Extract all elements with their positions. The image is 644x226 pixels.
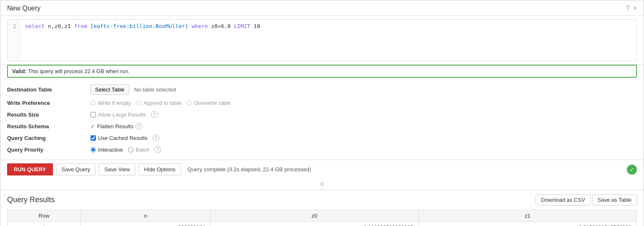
interactive-option[interactable]: Interactive bbox=[91, 147, 123, 153]
destination-table-controls: Select Table No table selected bbox=[91, 84, 176, 95]
save-view-button[interactable]: Save View bbox=[99, 163, 135, 175]
allow-large-results-checkbox[interactable] bbox=[91, 112, 96, 117]
success-icon: ✓ bbox=[627, 165, 637, 175]
use-cached-results-option[interactable]: Use Cached Results bbox=[91, 135, 148, 141]
col-header-z0: z0 bbox=[211, 210, 418, 222]
validation-message: This query will process 22.4 GB when run… bbox=[28, 68, 130, 74]
table-row: 19833361646.1026997803290830.31529913157… bbox=[8, 222, 637, 226]
flatten-checkmark: ✓ bbox=[91, 123, 95, 130]
sql-where-keyword: where bbox=[191, 23, 208, 29]
allow-large-results-option[interactable]: Allow Large Results bbox=[91, 112, 146, 118]
batch-radio[interactable] bbox=[128, 147, 133, 152]
editor-area: 1 select n,z0,z1 from [eaftc-free:billio… bbox=[0, 16, 644, 65]
allow-large-results-help-icon[interactable]: ? bbox=[151, 111, 158, 118]
results-schema-label: Results Schema bbox=[7, 123, 91, 130]
dialog-header-actions: ? × bbox=[626, 5, 637, 12]
sql-condition: z0>6.0 bbox=[208, 23, 234, 29]
overwrite-table-option[interactable]: Overwrite table bbox=[186, 100, 230, 106]
use-cached-results-help-icon[interactable]: ? bbox=[153, 135, 159, 141]
write-if-empty-radio[interactable] bbox=[91, 100, 96, 106]
sql-table-ref: [eaftc-free:billion.BoxMuller] bbox=[87, 23, 191, 29]
overwrite-table-radio[interactable] bbox=[186, 100, 192, 106]
dialog-title: New Query bbox=[7, 5, 40, 12]
results-section: Query Results Download as CSV Save as Ta… bbox=[0, 190, 644, 226]
options-section: Destination Table Select Table No table … bbox=[0, 78, 644, 160]
destination-table-label: Destination Table bbox=[7, 86, 91, 93]
append-to-table-radio[interactable] bbox=[136, 100, 141, 106]
query-caching-row: Query Caching Use Cached Results ? bbox=[7, 132, 637, 144]
table-cell: 1 bbox=[8, 222, 81, 226]
results-size-label: Results Size bbox=[7, 112, 91, 118]
query-priority-help-icon[interactable]: ? bbox=[154, 146, 161, 153]
col-header-row: Row bbox=[8, 210, 81, 222]
status-text: Query complete (3.2s elapsed, 22.4 GB pr… bbox=[188, 166, 311, 173]
write-if-empty-option[interactable]: Write if empty bbox=[91, 100, 131, 106]
dialog-header: New Query ? × bbox=[0, 0, 644, 16]
results-table-header-row: Row n z0 z1 bbox=[8, 210, 637, 222]
download-csv-button[interactable]: Download as CSV bbox=[536, 194, 591, 206]
col-header-n: n bbox=[81, 210, 211, 222]
results-size-row: Results Size Allow Large Results ? bbox=[7, 109, 637, 120]
write-preference-row: Write Preference Write if empty Append t… bbox=[7, 97, 637, 109]
code-editor[interactable]: 1 select n,z0,z1 from [eaftc-free:billio… bbox=[7, 19, 637, 61]
results-actions: Download as CSV Save as Table bbox=[536, 194, 637, 206]
append-to-table-option[interactable]: Append to table bbox=[136, 100, 181, 106]
destination-table-row: Destination Table Select Table No table … bbox=[7, 82, 637, 97]
sql-fields: n,z0,z1 bbox=[45, 23, 74, 29]
no-table-text: No table selected bbox=[134, 86, 176, 93]
results-schema-controls: ✓ Flatten Results ? bbox=[91, 123, 142, 130]
query-caching-controls: Use Cached Results ? bbox=[91, 135, 159, 141]
query-priority-label: Query Priority bbox=[7, 147, 91, 153]
line-numbers: 1 bbox=[8, 20, 20, 61]
new-query-dialog: New Query ? × 1 select n,z0,z1 from [eaf… bbox=[0, 0, 644, 226]
sql-limit-keyword: LIMIT bbox=[234, 23, 250, 29]
help-icon[interactable]: ? bbox=[626, 5, 630, 12]
sql-limit-value: 10 bbox=[250, 23, 260, 29]
save-query-button[interactable]: Save Query bbox=[56, 163, 96, 175]
code-content[interactable]: select n,z0,z1 from [eaftc-free:billion.… bbox=[20, 20, 636, 61]
run-query-button[interactable]: RUN QUERY bbox=[7, 163, 53, 175]
write-preference-controls: Write if empty Append to table Overwrite… bbox=[91, 100, 231, 106]
table-cell: 0.3152991315752091 bbox=[418, 222, 636, 226]
save-as-table-button[interactable]: Save as Table bbox=[592, 194, 637, 206]
results-table-head: Row n z0 z1 bbox=[8, 210, 637, 222]
col-header-z1: z1 bbox=[418, 210, 636, 222]
flatten-results-help-icon[interactable]: ? bbox=[136, 123, 142, 130]
close-icon[interactable]: × bbox=[633, 5, 637, 12]
query-priority-row: Query Priority Interactive Batch ? bbox=[7, 144, 637, 155]
batch-option[interactable]: Batch bbox=[128, 147, 149, 153]
results-size-controls: Allow Large Results ? bbox=[91, 111, 158, 118]
use-cached-results-checkbox[interactable] bbox=[91, 135, 96, 141]
table-cell: 6.102699780329083 bbox=[211, 222, 418, 226]
validation-bar: Valid: This query will process 22.4 GB w… bbox=[7, 65, 637, 78]
query-caching-label: Query Caching bbox=[7, 135, 91, 141]
divider-row: ≡ bbox=[0, 179, 644, 190]
sql-select-keyword: select bbox=[25, 23, 45, 29]
results-table: Row n z0 z1 19833361646.1026997803290830… bbox=[7, 210, 637, 226]
results-table-body: 19833361646.1026997803290830.31529913157… bbox=[8, 222, 637, 226]
query-priority-controls: Interactive Batch ? bbox=[91, 146, 161, 153]
results-title: Query Results bbox=[7, 196, 55, 204]
toolbar: RUN QUERY Save Query Save View Hide Opti… bbox=[0, 160, 644, 179]
results-schema-row: Results Schema ✓ Flatten Results ? bbox=[7, 120, 637, 132]
results-header: Query Results Download as CSV Save as Ta… bbox=[7, 194, 637, 206]
valid-label: Valid: bbox=[12, 68, 27, 74]
drag-handle-icon[interactable]: ≡ bbox=[320, 180, 324, 188]
select-table-button[interactable]: Select Table bbox=[91, 84, 129, 95]
sql-from-keyword: from bbox=[74, 23, 87, 29]
interactive-radio[interactable] bbox=[91, 147, 96, 152]
hide-options-button[interactable]: Hide Options bbox=[138, 163, 181, 175]
write-preference-label: Write Preference bbox=[7, 100, 91, 106]
table-cell: 983336164 bbox=[81, 222, 211, 226]
